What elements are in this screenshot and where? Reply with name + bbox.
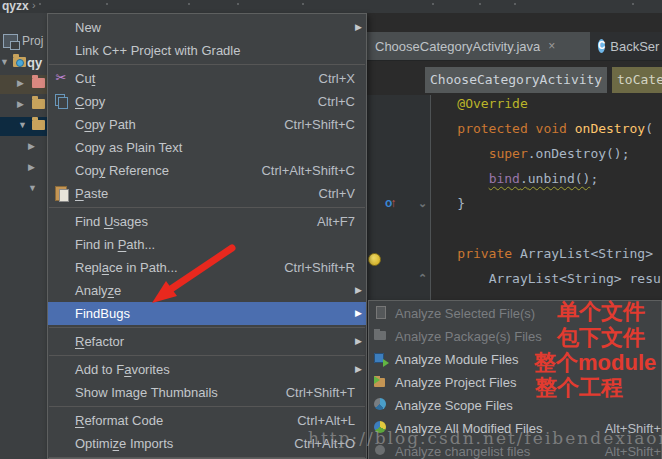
submenu-item-label: Analyze Scope Files (395, 398, 513, 413)
menu-shortcut: Ctrl+C (318, 90, 355, 113)
menu-item-label: Copy Path (75, 117, 136, 132)
menu-item-label: Add to Favorites (75, 362, 170, 377)
android-project-folder-icon (13, 57, 26, 67)
menu-item-cut[interactable]: ✂CutCtrl+X (48, 67, 366, 90)
project-panel-icon (3, 34, 18, 48)
submenu-arrow-icon: ▶ (355, 302, 362, 325)
tree-row[interactable]: ▼qy (0, 54, 47, 73)
context-menu: New▶Link C++ Project with Gradle✂CutCtrl… (47, 13, 367, 459)
identifier-highlight[interactable]: ChooseCategoryActivity (425, 67, 607, 93)
menu-item-label: Find in Path... (75, 237, 155, 252)
code-token: ArrayList<String> (520, 246, 653, 261)
menu-item-label: Find Usages (75, 214, 148, 229)
code-line (426, 216, 662, 241)
menu-item-copy-as-plain-text[interactable]: Copy as Plain Text (48, 136, 366, 159)
code-token: . (520, 171, 528, 186)
submenu-item-label: Analyze Module Files (395, 352, 519, 367)
tree-item-label: qy (27, 55, 42, 70)
submenu-arrow-icon: ▶ (355, 330, 362, 353)
intention-bulb-icon[interactable] (368, 253, 381, 266)
menu-item-label: Copy (75, 94, 105, 109)
ruler-tick (106, 3, 108, 5)
editor-tab-backser[interactable]: CBackSer (590, 32, 662, 60)
watermark-text: http://blog.csdn.net/feibendexiaoma (308, 428, 662, 448)
menu-shortcut: Ctrl+Shift+R (284, 256, 355, 279)
tree-row[interactable]: ▶ (0, 96, 47, 115)
write-access-highlight[interactable]: toCate (612, 67, 662, 93)
menu-item-label: Cut (75, 71, 95, 86)
overriding-method-icon[interactable]: o↑ (385, 196, 396, 210)
code-view[interactable]: @Override protected void onDestroy( supe… (426, 91, 662, 291)
expand-icon[interactable]: ▶ (17, 99, 24, 109)
code-token: protected (457, 121, 535, 136)
breadcrumb-chevron-icon: › (32, 0, 36, 11)
folder-tan-icon (32, 120, 45, 130)
menu-item-add-to-favorites[interactable]: Add to Favorites▶ (48, 358, 366, 381)
submenu-item-label: Analyze Package(s) Files (395, 329, 542, 344)
collapse-icon[interactable]: ▼ (18, 120, 27, 130)
code-line: super.onDestroy(); (426, 141, 662, 166)
ruler-tick (514, 3, 516, 5)
tree-row[interactable]: ▼ (0, 117, 47, 136)
expand-icon[interactable]: ▶ (28, 141, 35, 151)
editor-tab-bar: ChooseCategoryActivity.java×CBackSer (367, 32, 662, 61)
menu-item-find-usages[interactable]: Find UsagesAlt+F7 (48, 210, 366, 233)
menu-item-find-in-path[interactable]: Find in Path... (48, 233, 366, 256)
menu-separator (48, 455, 366, 459)
menu-item-refactor[interactable]: Refactor▶ (48, 330, 366, 353)
ruler-tick (432, 3, 434, 5)
menu-shortcut: Ctrl+Alt+Shift+C (261, 159, 355, 182)
menu-item-analyze[interactable]: Analyze▶ (48, 279, 366, 302)
submenu-arrow-icon: ▶ (355, 16, 362, 39)
menu-item-label: New (75, 20, 101, 35)
collapse-icon[interactable]: ▼ (28, 183, 37, 193)
menu-item-copy-reference[interactable]: Copy ReferenceCtrl+Alt+Shift+C (48, 159, 366, 182)
expand-icon[interactable]: ▶ (28, 162, 35, 172)
menu-shortcut: Ctrl+Shift+C (284, 113, 355, 136)
menu-item-paste[interactable]: PasteCtrl+V (48, 182, 366, 205)
annotation-label: 整个module (534, 351, 656, 375)
menu-shortcut: Ctrl+Shift+T (286, 381, 355, 404)
close-tab-icon[interactable]: × (548, 39, 555, 53)
project-tree: ▼qy▶▶▼▶▶▼ (0, 54, 47, 201)
code-line: protected void onDestroy( (426, 116, 662, 141)
expand-icon[interactable]: ▶ (17, 78, 24, 88)
project-icon (373, 374, 389, 390)
folder-red-icon (32, 78, 45, 88)
submenu-item-label: Analyze Selected File(s) (395, 306, 535, 321)
menu-item-show-image-thumbnails[interactable]: Show Image ThumbnailsCtrl+Shift+T (48, 381, 366, 404)
menu-item-replace-in-path[interactable]: Replace in Path...Ctrl+Shift+R (48, 256, 366, 279)
menu-item-link-c-project-with-gradle[interactable]: Link C++ Project with Gradle (48, 39, 366, 62)
tree-row[interactable]: ▶ (0, 75, 47, 94)
scissors-icon: ✂ (53, 70, 69, 86)
folder-tan-icon (32, 99, 45, 109)
menu-item-label: Reformat Code (75, 413, 163, 428)
project-panel-title: Proj (22, 34, 43, 48)
menu-item-label: Link C++ Project with Gradle (75, 43, 240, 58)
project-panel-header[interactable]: Proj (3, 32, 43, 50)
menu-item-new[interactable]: New▶ (48, 16, 366, 39)
code-token: void (536, 121, 575, 136)
collapse-icon[interactable]: ▼ (0, 57, 9, 67)
breadcrumb-project[interactable]: qyzx (2, 0, 29, 13)
menu-shortcut: Ctrl+X (319, 67, 355, 90)
ruler-tick (39, 3, 41, 5)
tree-row[interactable]: ▶ (0, 159, 47, 178)
menu-item-findbugs[interactable]: FindBugs▶ (48, 302, 366, 325)
menu-item-label: Optimize Imports (75, 436, 173, 451)
code-line: bind.unbind(); (426, 166, 662, 191)
code-token: .onDestroy(); (528, 146, 630, 161)
menu-item-label: Replace in Path... (75, 260, 178, 275)
menu-item-copy[interactable]: CopyCtrl+C (48, 90, 366, 113)
annotation-label: 整个工程 (535, 376, 623, 400)
menu-item-label: Paste (75, 186, 108, 201)
tree-row[interactable]: ▶ (0, 138, 47, 157)
menu-item-copy-path[interactable]: Copy PathCtrl+Shift+C (48, 113, 366, 136)
editor-tab-choosecategoryactivity-java[interactable]: ChooseCategoryActivity.java× (367, 32, 590, 60)
menu-item-label: Analyze (75, 283, 121, 298)
code-line: private ArrayList<String> (426, 241, 662, 266)
code-line: } (426, 191, 662, 216)
tree-row[interactable]: ▼ (0, 180, 47, 199)
scope-icon (373, 397, 389, 413)
paste-icon (53, 185, 69, 201)
